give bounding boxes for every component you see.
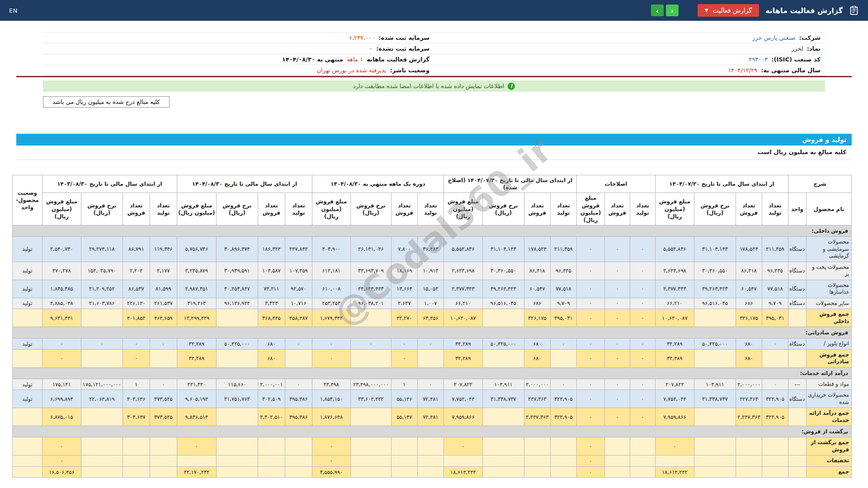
- value-cell: ۰: [630, 262, 655, 280]
- status-cell: تولید: [12, 338, 42, 350]
- unit-column-header: واحد: [788, 193, 806, 225]
- company-info-grid: شرکت: صنعتي پارس خزر سرمایه ثبت شده: ۶,۲…: [43, 32, 825, 76]
- unit-cell: [788, 466, 806, 478]
- value-cell: ۲۳,۴۹۸,۰۰۰,۰۰۰: [350, 379, 391, 390]
- section-label: فروش داخلی:: [12, 225, 851, 237]
- value-cell: ۱,۶۷۹,۳۴۲: [312, 309, 350, 327]
- ticker-field: نماد: لخزر: [434, 43, 825, 54]
- report-icon: [849, 5, 859, 15]
- previous-report-button[interactable]: ‹: [651, 5, 664, 16]
- fiscal-year-field: سال مالی منتهی به: ۱۴۰۴/۱۲/۲۹: [434, 65, 825, 76]
- value-cell: [81, 309, 123, 327]
- value-cell: ۲,۵۴۰,۷۳۰: [42, 237, 81, 262]
- value-cell: ۳۱,۷۵۱,۷۶۳: [216, 390, 258, 408]
- value-cell: ۳۰۳,۶۴۷: [123, 408, 150, 426]
- unit-cell: دستگاه: [788, 338, 806, 350]
- report-type-button[interactable]: گزارش فعالیت ▼: [698, 4, 759, 17]
- field-value: ۰: [369, 45, 373, 52]
- value-cell: ۳۱,۱۰۴,۱۴۳: [482, 237, 524, 262]
- value-cell: ۲۴۷,۸۴۲: [285, 237, 312, 262]
- value-cell: [443, 455, 482, 467]
- value-cell: ۲۵۳,۲۵۳: [312, 298, 350, 309]
- report-type-label: گزارش فعالیت: [713, 7, 752, 14]
- value-cell: [285, 349, 312, 367]
- value-cell: ۰: [576, 338, 604, 350]
- value-cell: ۶۸۰: [524, 338, 550, 350]
- period-group-header: از ابتدای سال مالی تا تاریخ ۱۴۰۴/۰۷/۳۰ (…: [443, 175, 576, 193]
- value-cell: ۰: [576, 309, 604, 327]
- value-cell: ۱۸,۶۱۴,۲۴۲: [443, 466, 482, 478]
- unit-cell: [788, 437, 806, 455]
- status-cell: تولید: [12, 237, 42, 262]
- value-cell: ۶۸۶: [736, 298, 762, 309]
- value-cell: [350, 437, 391, 455]
- status-cell: تولید: [12, 262, 42, 280]
- value-cell: ۰: [576, 298, 604, 309]
- value-cell: ۰: [285, 338, 312, 350]
- value-cell: ۹۶,۵۱۶,۰۳۵: [482, 298, 524, 309]
- product-name-cell: مواد و قطعات: [807, 379, 852, 390]
- header-bar: گزارش فعالیت ماهانه گزارش فعالیت ▼ ‹ › E…: [0, 0, 868, 21]
- field-label: گزارش فعالیت ماهانه: [367, 56, 429, 63]
- isic-code-link[interactable]: ۲۹۳۰۰۳: [749, 56, 768, 63]
- value-cell: [350, 408, 391, 426]
- sub-column-header: نرخ فروش (ریال): [694, 193, 736, 225]
- value-cell: ۵۰,۴۲۵,۰۰۰: [694, 338, 736, 350]
- production-sales-section-bar: تولید و فروش: [16, 134, 852, 145]
- value-cell: ۹۲,۵۷۰: [285, 280, 312, 298]
- sub-column-header: نرخ فروش (ریال): [216, 193, 258, 225]
- unit-cell: [788, 349, 806, 367]
- value-cell: [285, 437, 312, 455]
- value-cell: ۶۸۰: [258, 338, 285, 350]
- value-cell: ۰: [576, 437, 604, 455]
- value-cell: ۰: [604, 390, 630, 408]
- value-cell: ۳۶۸,۴۴۵: [258, 309, 285, 327]
- value-cell: ۳۰,۸۹۶,۳۷۴: [216, 237, 258, 262]
- value-cell: [694, 455, 736, 467]
- value-cell: ۳۱,۳۳۸,۷۳۷: [694, 390, 736, 408]
- table-row: محصولات پخت و پزدستگاه۹۶,۴۴۵۸۶,۴۱۸۳۰,۳۶۰…: [12, 262, 851, 280]
- value-cell: [762, 466, 788, 478]
- value-cell: ۲,۱۷۷: [150, 262, 177, 280]
- value-cell: [655, 455, 694, 467]
- value-cell: ۰: [604, 298, 630, 309]
- value-cell: [482, 455, 524, 467]
- table-row: جمع فروش داخلی۳۹۵,۰۳۱۳۲۶,۱۷۵۱۰,۶۲۰,۰۸۷۰۰…: [12, 309, 851, 327]
- registered-capital-field: سرمایه ثبت شده: ۶,۲۳۷,۰۰۰: [43, 33, 434, 43]
- value-cell: ۰: [604, 379, 630, 390]
- value-cell: ۱۷۵,۱۲۱,۰۰۰,۰۰۰: [81, 379, 123, 390]
- language-toggle-en[interactable]: EN: [9, 7, 18, 14]
- value-cell: ۸۶,۵۳۷: [123, 280, 150, 298]
- value-cell: ۱۰۴,۵۸۷: [258, 262, 285, 280]
- table-row: جمع۱۸,۶۱۴,۲۴۲۰۱۸,۶۱۴,۲۴۲۳,۵۵۵,۹۹۰۲۲,۱۷۰,…: [12, 466, 851, 478]
- company-name-link[interactable]: صنعتي پارس خزر: [752, 34, 795, 41]
- million-rial-note: کلیه مبالغ به میلیون ریال است: [16, 145, 852, 160]
- value-cell: [482, 437, 524, 455]
- value-cell: ۱,۸۷۶,۶۴۸: [312, 408, 350, 426]
- value-cell: [482, 466, 524, 478]
- value-cell: ۶۰,۵۴۷: [736, 280, 762, 298]
- value-cell: [417, 437, 443, 455]
- section-row: فروش داخلی:: [12, 225, 851, 237]
- value-cell: ۰: [604, 349, 630, 367]
- isic-code-field: کد صنعت (ISIC): ۲۹۳۰۰۳: [434, 54, 825, 65]
- value-cell: [550, 455, 576, 467]
- value-cell: ۱,۸۳۵,۳۸۵: [42, 280, 81, 298]
- notice-text: اطلاعات نمایش داده شده با اطلاعات امضا ش…: [353, 83, 504, 89]
- value-cell: [350, 466, 391, 478]
- value-cell: ۱۷۵,۱۲۱: [42, 379, 81, 390]
- sub-column-header: تعداد فروش: [391, 193, 417, 225]
- field-suffix: منتهی به ۱۴۰۴/۰۸/۳۰: [282, 56, 343, 63]
- value-cell: ۷,۷۵۲,۰۴۴: [443, 390, 482, 408]
- value-cell: [604, 455, 630, 467]
- value-cell: ۰: [417, 338, 443, 350]
- next-report-button[interactable]: ›: [666, 5, 679, 16]
- value-cell: ۰: [391, 338, 417, 350]
- value-cell: ۲۳,۴۹۸: [312, 379, 350, 390]
- value-cell: [736, 437, 762, 455]
- value-cell: ۹۶,۴۴۵: [550, 262, 576, 280]
- value-cell: ۰: [604, 262, 630, 280]
- section-row: فروش صادراتی:: [12, 327, 851, 338]
- value-cell: ۱۱۹,۳۴۶: [150, 237, 177, 262]
- value-cell: ۶۶,۲۱۰: [443, 298, 482, 309]
